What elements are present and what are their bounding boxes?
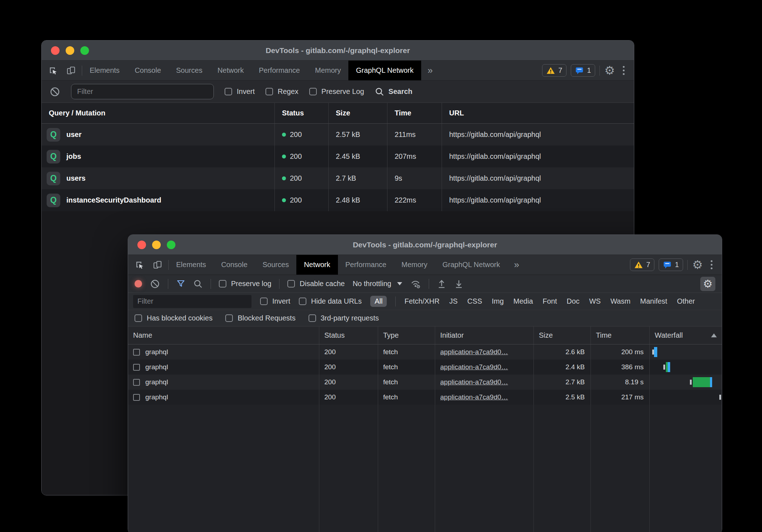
settings-gear-icon[interactable]: ⚙ <box>692 259 703 271</box>
regex-checkbox-group[interactable]: Regex <box>265 87 298 96</box>
preserve-log-checkbox-group[interactable]: Preserve Log <box>309 87 364 96</box>
minimize-window-button[interactable] <box>66 46 74 55</box>
issues-badge[interactable]: 1 <box>571 64 595 77</box>
tab-performance[interactable]: Performance <box>338 255 394 275</box>
inspect-element-icon[interactable] <box>135 260 145 270</box>
inspect-element-icon[interactable] <box>48 66 58 76</box>
disable-cache-checkbox[interactable] <box>287 280 295 288</box>
filter-type-doc[interactable]: Doc <box>567 297 580 305</box>
column-header-time[interactable]: Time <box>591 327 650 344</box>
column-header-time[interactable]: Time <box>387 103 442 123</box>
record-network-log-button[interactable] <box>135 280 142 288</box>
tab-performance[interactable]: Performance <box>251 61 308 80</box>
table-row[interactable]: Q user 200 2.57 kB 211ms https://gitlab.… <box>42 124 634 146</box>
initiator-link[interactable]: application-a7ca9d0… <box>440 393 508 401</box>
tab-elements[interactable]: Elements <box>169 255 213 275</box>
tab-network[interactable]: Network <box>210 61 251 80</box>
tab-memory[interactable]: Memory <box>307 61 348 80</box>
initiator-link[interactable]: application-a7ca9d0… <box>440 348 508 356</box>
preserve-log-checkbox-group[interactable]: Preserve log <box>219 280 271 288</box>
filter-type-fetch-xhr[interactable]: Fetch/XHR <box>404 297 439 305</box>
settings-gear-icon[interactable]: ⚙ <box>604 65 615 76</box>
blocked-requests-checkbox-group[interactable]: Blocked Requests <box>225 314 295 322</box>
more-tabs-icon[interactable]: » <box>421 61 439 80</box>
filter-type-css[interactable]: CSS <box>467 297 482 305</box>
column-header-url[interactable]: URL <box>442 103 634 123</box>
clear-icon[interactable] <box>50 86 60 97</box>
search-control[interactable]: Search <box>375 87 413 96</box>
preserve-log-checkbox[interactable] <box>309 88 317 95</box>
blocked-requests-checkbox[interactable] <box>225 314 233 322</box>
has-blocked-cookies-checkbox-group[interactable]: Has blocked cookies <box>135 314 212 322</box>
network-settings-button[interactable]: ⚙ <box>700 277 715 291</box>
filter-type-ws[interactable]: WS <box>589 297 601 305</box>
network-conditions-icon[interactable] <box>410 279 421 289</box>
clear-icon[interactable] <box>150 279 160 289</box>
row-checkbox[interactable] <box>133 364 140 371</box>
invert-checkbox-group[interactable]: Invert <box>225 87 255 96</box>
close-window-button[interactable] <box>137 241 146 249</box>
filter-type-manifest[interactable]: Manifest <box>640 297 667 305</box>
row-checkbox[interactable] <box>133 349 140 356</box>
title-bar[interactable]: DevTools - gitlab.com/-/graphql-explorer <box>128 235 722 255</box>
table-row[interactable]: graphql 200 fetch application-a7ca9d0… 2… <box>128 360 722 375</box>
column-header-waterfall[interactable]: Waterfall <box>650 327 722 344</box>
tab-memory[interactable]: Memory <box>394 255 435 275</box>
filter-type-other[interactable]: Other <box>677 297 695 305</box>
invert-checkbox-group[interactable]: Invert <box>260 297 290 305</box>
import-har-icon[interactable] <box>437 279 446 289</box>
export-har-icon[interactable] <box>454 279 464 289</box>
column-header-size[interactable]: Size <box>534 327 591 344</box>
table-row[interactable]: Q users 200 2.7 kB 9s https://gitlab.com… <box>42 167 634 189</box>
column-header-size[interactable]: Size <box>329 103 387 123</box>
table-row[interactable]: Q jobs 200 2.45 kB 207ms https://gitlab.… <box>42 146 634 167</box>
initiator-link[interactable]: application-a7ca9d0… <box>440 378 508 386</box>
filter-type-js[interactable]: JS <box>449 297 457 305</box>
zoom-window-button[interactable] <box>80 46 89 55</box>
tab-console[interactable]: Console <box>127 61 168 80</box>
preserve-log-checkbox[interactable] <box>219 280 226 288</box>
device-toolbar-icon[interactable] <box>66 66 76 76</box>
third-party-requests-checkbox[interactable] <box>309 314 316 322</box>
filter-input[interactable] <box>71 84 214 99</box>
more-options-icon[interactable] <box>707 260 716 269</box>
column-header-type[interactable]: Type <box>378 327 435 344</box>
filter-type-all[interactable]: All <box>370 296 387 307</box>
table-row[interactable]: graphql 200 fetch application-a7ca9d0… 2… <box>128 375 722 390</box>
column-header-status[interactable]: Status <box>275 103 329 123</box>
tab-elements[interactable]: Elements <box>82 61 127 80</box>
more-tabs-icon[interactable]: » <box>508 255 526 275</box>
filter-type-font[interactable]: Font <box>543 297 557 305</box>
tab-sources[interactable]: Sources <box>169 61 210 80</box>
device-toolbar-icon[interactable] <box>152 260 163 270</box>
third-party-requests-checkbox-group[interactable]: 3rd-party requests <box>309 314 379 322</box>
tab-graphql-network[interactable]: GraphQL Network <box>435 255 507 275</box>
table-row[interactable]: Q instanceSecurityDashboard 200 2.48 kB … <box>42 189 634 211</box>
throttling-dropdown[interactable]: No throttling <box>353 280 402 288</box>
row-checkbox[interactable] <box>133 394 140 401</box>
tab-sources[interactable]: Sources <box>255 255 296 275</box>
invert-checkbox[interactable] <box>260 298 268 305</box>
warnings-badge[interactable]: 7 <box>630 258 654 271</box>
tab-console[interactable]: Console <box>213 255 255 275</box>
filter-input[interactable] <box>133 295 251 308</box>
table-row[interactable]: graphql 200 fetch application-a7ca9d0… 2… <box>128 345 722 360</box>
row-checkbox[interactable] <box>133 379 140 386</box>
minimize-window-button[interactable] <box>152 241 161 249</box>
filter-type-wasm[interactable]: Wasm <box>610 297 630 305</box>
filter-type-media[interactable]: Media <box>513 297 533 305</box>
tab-network[interactable]: Network <box>296 255 338 275</box>
column-header-query-mutation[interactable]: Query / Mutation <box>42 103 275 123</box>
has-blocked-cookies-checkbox[interactable] <box>135 314 142 322</box>
regex-checkbox[interactable] <box>265 88 273 95</box>
search-icon[interactable] <box>193 279 203 289</box>
title-bar[interactable]: DevTools - gitlab.com/-/graphql-explorer <box>42 41 634 61</box>
warnings-badge[interactable]: 7 <box>542 64 566 77</box>
issues-badge[interactable]: 1 <box>659 258 683 271</box>
hide-data-urls-checkbox-group[interactable]: Hide data URLs <box>299 297 362 305</box>
close-window-button[interactable] <box>51 46 60 55</box>
filter-type-img[interactable]: Img <box>492 297 504 305</box>
more-options-icon[interactable] <box>619 66 628 75</box>
table-row[interactable]: graphql 200 fetch application-a7ca9d0… 2… <box>128 390 722 405</box>
tab-graphql-network[interactable]: GraphQL Network <box>348 61 421 80</box>
